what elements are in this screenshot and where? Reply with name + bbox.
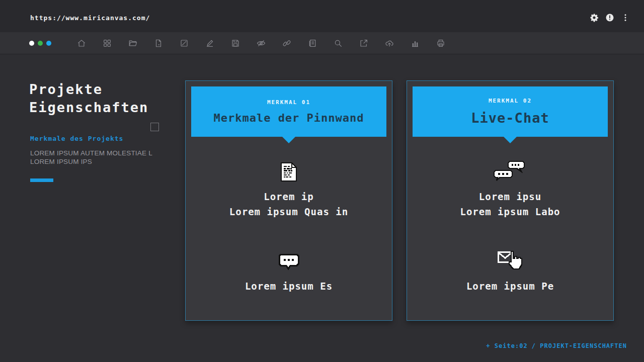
bar-chart-icon[interactable] [411, 39, 420, 48]
card-body: Lorem ip Lorem ipsum Quas in Lorem ipsum… [186, 142, 392, 292]
info-icon[interactable] [605, 13, 614, 22]
feature-text: Lorem ipsum Pe [466, 280, 554, 292]
card-body: Lorem ipsu Lorem ipsum Labo Lorem ipsum … [407, 142, 613, 292]
feature-text: Lorem ipsum Quas in [229, 206, 348, 218]
chat-bubbles-pixel-icon [493, 162, 528, 183]
card-banner: MERKMAL 02 Live-Chat [413, 86, 608, 137]
save-icon[interactable] [231, 39, 240, 48]
kebab-menu-icon[interactable] [621, 13, 630, 22]
link-icon[interactable] [282, 39, 291, 48]
window-dot-green[interactable] [38, 41, 43, 46]
feature-text: Lorem ipsu [479, 191, 541, 203]
card-banner: MERKMAL 01 Merkmale der Pinnwand [191, 86, 386, 137]
topbar-actions [590, 13, 630, 22]
image-icon[interactable] [180, 39, 189, 48]
window-dot-blue[interactable] [46, 41, 51, 46]
printer-icon[interactable] [436, 39, 445, 48]
external-link-icon[interactable] [359, 39, 368, 48]
decorative-square [150, 123, 159, 131]
home-icon[interactable] [77, 39, 86, 48]
feature-card-merkmal-02[interactable]: MERKMAL 02 Live-Chat Lorem ipsu Lorem ip… [407, 80, 614, 321]
page-title: Projekte Eigenschaften [29, 80, 148, 117]
window-dot-white[interactable] [29, 41, 34, 46]
speech-bubble-pixel-icon [278, 252, 300, 272]
pen-icon[interactable] [205, 39, 214, 48]
grid-icon[interactable] [103, 39, 112, 48]
feature-text: Lorem ipsum Labo [460, 206, 560, 218]
document-pixel-icon [279, 162, 298, 183]
window-dots [29, 41, 51, 46]
page-indicator: + Seite:02 / PROJEKT-EIGENSCHAFTEN [486, 342, 627, 349]
feature-text: Lorem ipsum Es [245, 280, 333, 292]
url-bar[interactable]: https://www.miricanvas.com/ [30, 14, 150, 22]
app-toolbar [0, 32, 644, 54]
cloud-upload-icon[interactable] [385, 39, 394, 48]
sidebar-subtitle: Merkmale des Projekts [30, 135, 123, 142]
toolbar-icons [77, 39, 445, 48]
mail-cursor-pixel-icon [497, 252, 523, 272]
accent-bar [30, 178, 53, 182]
file-icon[interactable] [154, 39, 163, 48]
feature-text: Lorem ip [264, 191, 314, 203]
card-tag: MERKMAL 01 [267, 99, 310, 106]
eye-off-icon[interactable] [257, 39, 266, 48]
feature-card-merkmal-01[interactable]: MERKMAL 01 Merkmale der Pinnwand Lorem i… [185, 80, 392, 321]
card-tag: MERKMAL 02 [489, 98, 532, 104]
search-icon[interactable] [334, 39, 343, 48]
folder-icon[interactable] [128, 39, 137, 48]
copy-icon[interactable] [308, 39, 317, 48]
browser-top-bar: https://www.miricanvas.com/ [0, 0, 644, 32]
sidebar-body-text: LOREM IPSUM AUTEM MOLESTIAE L LOREM IPSU… [30, 149, 152, 166]
card-title: Live-Chat [471, 110, 549, 126]
gear-icon[interactable] [590, 13, 599, 22]
card-title: Merkmale der Pinnwand [213, 112, 364, 124]
